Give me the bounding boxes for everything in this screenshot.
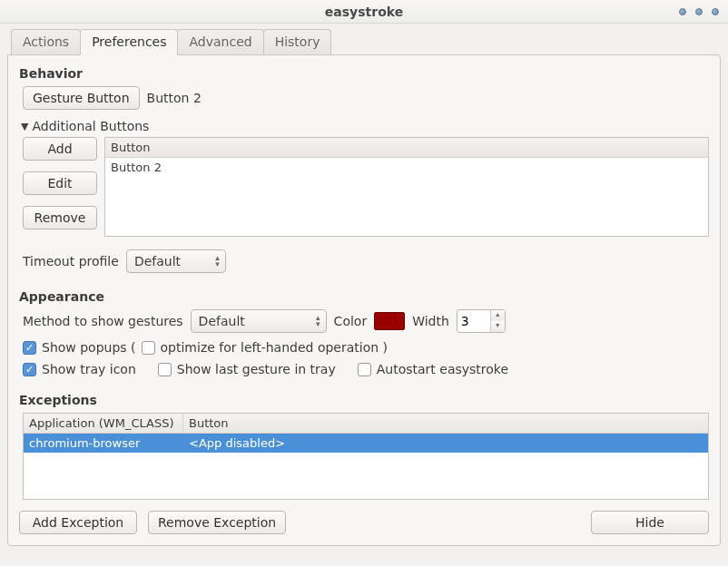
additional-buttons-list[interactable]: Button Button 2 [104,137,709,237]
autostart-checkbox[interactable] [358,363,371,376]
combo-stepper-icon: ▴▾ [316,315,320,327]
tab-advanced[interactable]: Advanced [177,29,263,54]
exceptions-header: Application (WM_CLASS) Button [24,414,708,434]
show-tray-checkbox[interactable] [23,363,36,376]
gesture-button-value: Button 2 [147,91,202,105]
width-input[interactable] [457,312,490,330]
tab-actions[interactable]: Actions [11,29,81,54]
edit-button[interactable]: Edit [23,171,97,195]
minimize-icon[interactable] [679,8,686,15]
additional-buttons-row[interactable]: Button 2 [105,158,708,177]
additional-buttons-expander[interactable]: ▼ Additional Buttons [21,119,709,133]
behavior-heading: Behavior [19,66,709,81]
preferences-page: Behavior Gesture Button Button 2 ▼ Addit… [7,54,721,546]
autostart-label: Autostart easystroke [377,362,508,376]
left-handed-label: optimize for left-handed operation ) [161,340,389,355]
exceptions-table[interactable]: Application (WM_CLASS) Button chromium-b… [23,413,709,500]
remove-button[interactable]: Remove [23,206,97,229]
additional-buttons-col-header: Button [105,138,708,158]
timeout-profile-value: Default [134,254,181,268]
combo-stepper-icon: ▴▾ [215,255,220,268]
exceptions-row-app: chromium-browser [24,434,183,453]
window-title: easystroke [0,5,728,19]
timeout-profile-combo[interactable]: Default ▴▾ [126,249,226,273]
titlebar: easystroke [0,0,728,24]
tab-history[interactable]: History [263,29,332,54]
tab-preferences[interactable]: Preferences [80,29,178,55]
add-button[interactable]: Add [23,137,97,161]
remove-exception-button[interactable]: Remove Exception [148,511,286,534]
exceptions-col-button[interactable]: Button [183,414,708,433]
exceptions-col-app[interactable]: Application (WM_CLASS) [24,414,183,433]
triangle-down-icon: ▼ [21,121,28,132]
exceptions-row-button: <App disabled> [183,434,708,453]
tab-bar: Actions Preferences Advanced History [7,24,721,54]
show-last-gesture-checkbox[interactable] [158,363,172,376]
method-label: Method to show gestures [23,314,183,328]
spin-down-icon[interactable]: ▾ [491,321,505,332]
show-popups-checkbox[interactable] [23,341,36,355]
content: Actions Preferences Advanced History Beh… [0,24,728,553]
add-exception-button[interactable]: Add Exception [19,511,137,534]
method-value: Default [199,314,245,328]
additional-buttons-label: Additional Buttons [32,119,149,133]
maximize-icon[interactable] [695,8,703,15]
method-combo[interactable]: Default ▴▾ [191,309,327,333]
spin-up-icon[interactable]: ▴ [491,310,505,321]
width-spin[interactable]: ▴ ▾ [457,309,506,333]
hide-button[interactable]: Hide [591,511,709,534]
close-icon[interactable] [712,8,719,15]
show-last-gesture-label: Show last gesture in tray [177,362,336,376]
exceptions-row[interactable]: chromium-browser <App disabled> [24,434,708,453]
timeout-profile-label: Timeout profile [23,254,119,268]
show-popups-label: Show popups ( [42,340,136,355]
color-label: Color [334,314,368,328]
exceptions-heading: Exceptions [19,393,709,407]
appearance-heading: Appearance [19,289,709,304]
additional-buttons-block: Add Edit Remove Button Button 2 [23,137,709,237]
show-tray-label: Show tray icon [42,362,136,376]
width-label: Width [412,314,449,328]
window-controls [679,8,719,15]
left-handed-checkbox[interactable] [142,341,155,355]
color-button[interactable] [374,312,405,330]
gesture-button[interactable]: Gesture Button [23,86,140,110]
